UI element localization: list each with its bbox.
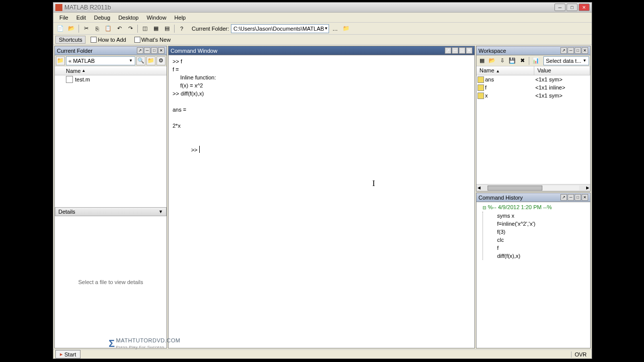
copy-icon[interactable]: ⎘ <box>92 24 102 34</box>
panel-close-icon[interactable]: ✕ <box>158 47 165 54</box>
panel-min-icon[interactable]: ─ <box>452 47 458 54</box>
start-button[interactable]: ▸ Start <box>55 350 80 358</box>
search-icon[interactable]: 🔍 <box>136 56 145 65</box>
var-icon <box>477 76 484 83</box>
history-item[interactable]: diff(f(x),x) <box>493 252 588 260</box>
panel-max-icon[interactable]: □ <box>151 47 157 54</box>
m-file-icon <box>66 76 73 83</box>
ws-col-value[interactable]: Value <box>534 66 590 75</box>
panel-close-icon[interactable]: ✕ <box>582 194 588 201</box>
current-folder-combo[interactable]: C:\Users\Jason\Documents\MATLAB ▼ <box>231 24 329 33</box>
command-window-header[interactable]: Command Window ↗ ─ □ ✕ <box>169 46 474 55</box>
ws-col-name[interactable]: Name ▲ <box>476 66 534 75</box>
text-cursor <box>199 146 200 153</box>
panel-min-icon[interactable]: ─ <box>144 47 150 54</box>
up-folder-icon[interactable]: 📁 <box>341 24 351 34</box>
workspace-panel: Workspace ↗ ─ □ ✕ ▦ 📂 ⇩ 💾 ✖ 📊 <box>476 46 591 192</box>
ovr-indicator: OVR <box>571 351 590 357</box>
paste-icon[interactable]: 📋 <box>103 24 113 34</box>
app-icon <box>55 4 62 11</box>
select-data-combo[interactable]: Select data t...▼ <box>543 56 589 65</box>
panel-close-icon[interactable]: ✕ <box>582 47 588 54</box>
panel-close-icon[interactable]: ✕ <box>466 47 472 54</box>
current-folder-nav: 📁 « MATLAB ▼ 🔍 📁 ⚙ <box>55 55 167 66</box>
history-item[interactable]: f <box>493 244 588 252</box>
workspace-scrollbar[interactable]: ◀ ▶ <box>476 184 590 191</box>
close-button[interactable]: ✕ <box>579 4 590 11</box>
history-item[interactable]: f(3) <box>493 228 588 236</box>
simulink-icon[interactable]: ◫ <box>140 24 150 34</box>
open-var-icon[interactable]: 📂 <box>488 56 497 65</box>
panel-max-icon[interactable]: □ <box>575 194 581 201</box>
statusbar: ▸ Start OVR <box>53 349 592 358</box>
menu-window[interactable]: Window <box>142 14 170 22</box>
panel-min-icon[interactable]: ─ <box>568 47 574 54</box>
titlebar: MATLAB R2011b ─ □ ✕ <box>53 3 592 13</box>
menu-debug[interactable]: Debug <box>90 14 114 22</box>
help-icon[interactable]: ? <box>177 24 187 34</box>
workspace-toolbar: ▦ 📂 ⇩ 💾 ✖ 📊 Select data t...▼ <box>476 55 590 66</box>
shortcut-whats-new[interactable]: What's New <box>131 36 174 43</box>
command-history-panel: Command History ↗ ─ □ ✕ ⊟ %-- 4/9/2012 1… <box>476 193 591 348</box>
workspace-row[interactable]: ans <1x1 sym> <box>476 75 590 83</box>
history-item[interactable]: f=inline('x^2','x') <box>493 220 588 228</box>
var-icon <box>477 93 484 99</box>
history-date[interactable]: ⊟ %-- 4/9/2012 1:20 PM --% <box>478 203 588 212</box>
history-item[interactable]: syms x <box>493 212 588 220</box>
file-list-header[interactable]: Name▲ <box>55 66 167 75</box>
current-folder-panel: Current Folder ↗ ─ □ ✕ 📁 « MATLAB ▼ 🔍 <box>54 46 167 348</box>
window-title: MATLAB R2011b <box>64 4 554 11</box>
panel-min-icon[interactable]: ─ <box>568 194 574 201</box>
mouse-ibeam-icon: I <box>372 179 375 188</box>
panel-dock-icon[interactable]: ↗ <box>445 47 451 54</box>
import-icon[interactable]: ⇩ <box>498 56 507 65</box>
gear-icon[interactable]: ⚙ <box>156 56 166 65</box>
open-icon[interactable]: 📂 <box>66 24 76 34</box>
details-header[interactable]: Details ▼ <box>55 207 167 216</box>
maximize-button[interactable]: □ <box>567 4 578 11</box>
plot-icon[interactable]: 📊 <box>531 56 540 65</box>
panel-dock-icon[interactable]: ↗ <box>137 47 143 54</box>
history-item[interactable]: clc <box>493 236 588 244</box>
profiler-icon[interactable]: ▤ <box>162 24 172 34</box>
current-folder-header[interactable]: Current Folder ↗ ─ □ ✕ <box>55 46 167 55</box>
menu-desktop[interactable]: Desktop <box>114 14 142 22</box>
folder-icon[interactable]: 📁 <box>56 56 65 65</box>
menu-edit[interactable]: Edit <box>72 14 90 22</box>
save-ws-icon[interactable]: 💾 <box>508 56 517 65</box>
menu-file[interactable]: File <box>55 14 72 22</box>
command-history-body: ⊟ %-- 4/9/2012 1:20 PM --% syms x f=inli… <box>476 202 590 348</box>
workspace-body: ans <1x1 sym> f <1x1 inline> x <1x1 sym> <box>476 75 590 184</box>
file-item[interactable]: test.m <box>55 75 167 83</box>
folder-breadcrumb[interactable]: « MATLAB ▼ <box>66 56 135 65</box>
panel-dock-icon[interactable]: ↗ <box>560 194 567 201</box>
file-name: test.m <box>75 76 90 82</box>
workspace-row[interactable]: f <1x1 inline> <box>476 83 590 92</box>
new-var-icon[interactable]: ▦ <box>477 56 487 65</box>
main-area: Current Folder ↗ ─ □ ✕ 📁 « MATLAB ▼ 🔍 <box>53 45 592 349</box>
current-folder-path: C:\Users\Jason\Documents\MATLAB <box>233 26 324 32</box>
current-folder-label: Current Folder: <box>192 26 229 32</box>
browse-folder-icon[interactable]: … <box>330 24 340 34</box>
panel-max-icon[interactable]: □ <box>459 47 465 54</box>
undo-icon[interactable]: ↶ <box>114 24 124 34</box>
delete-icon[interactable]: ✖ <box>518 56 527 65</box>
shortcut-how-to-add[interactable]: How to Add <box>88 36 129 43</box>
workspace-table-header: Name ▲ Value <box>476 66 590 75</box>
new-script-icon[interactable]: 📄 <box>55 24 65 34</box>
command-window-panel: Command Window ↗ ─ □ ✕ >> f f = Inline f… <box>168 46 475 348</box>
guide-icon[interactable]: ▦ <box>151 24 161 34</box>
details-body: Select a file to view details <box>55 216 167 348</box>
minimize-button[interactable]: ─ <box>554 4 566 11</box>
panel-max-icon[interactable]: □ <box>575 47 581 54</box>
menu-help[interactable]: Help <box>171 14 190 22</box>
new-folder-icon[interactable]: 📁 <box>146 56 155 65</box>
panel-dock-icon[interactable]: ↗ <box>560 47 567 54</box>
workspace-row[interactable]: x <1x1 sym> <box>476 92 590 100</box>
redo-icon[interactable]: ↷ <box>125 24 135 34</box>
workspace-header[interactable]: Workspace ↗ ─ □ ✕ <box>476 46 590 55</box>
command-history-header[interactable]: Command History ↗ ─ □ ✕ <box>476 193 590 202</box>
cut-icon[interactable]: ✂ <box>81 24 91 34</box>
command-window-body[interactable]: >> f f = Inline function: f(x) = x^2 >> … <box>169 55 474 348</box>
app-window: MATLAB R2011b ─ □ ✕ File Edit Debug Desk… <box>53 2 592 359</box>
